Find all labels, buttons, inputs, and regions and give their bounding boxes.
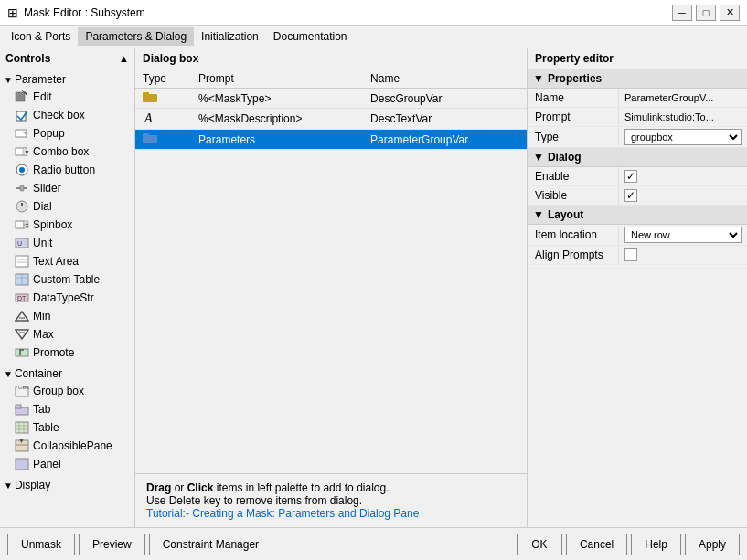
section-parameter[interactable]: ▼ Parameter [0, 71, 134, 88]
control-combobox[interactable]: ▼ Combo box [0, 143, 134, 161]
custom-table-label: Custom Table [33, 273, 100, 286]
maximize-button[interactable]: □ [696, 5, 716, 21]
enable-checkbox[interactable]: ✓ [624, 170, 637, 183]
menu-documentation[interactable]: Documentation [266, 27, 355, 46]
tab-label: Tab [33, 403, 50, 416]
menu-bar: Icon & Ports Parameters & Dialog Initial… [0, 26, 747, 48]
svg-marker-30 [16, 330, 28, 339]
slider-icon [15, 181, 29, 195]
svg-rect-0 [16, 92, 25, 101]
combo-label: Combo box [33, 145, 89, 158]
min-icon [15, 309, 29, 323]
cancel-button[interactable]: Cancel [566, 534, 627, 555]
control-popup[interactable]: Popup [0, 124, 134, 143]
close-button[interactable]: ✕ [720, 5, 740, 21]
promote-label: Promote [33, 346, 74, 359]
layout-section-header[interactable]: ▼ Layout [528, 206, 747, 225]
svg-rect-20 [16, 256, 28, 267]
property-editor-header: Property editor [528, 48, 747, 69]
control-radio[interactable]: Radio button [0, 161, 134, 179]
display-toggle: ▼ [4, 481, 13, 491]
svg-marker-28 [16, 312, 28, 321]
svg-rect-37 [16, 405, 21, 408]
menu-parameters-dialog[interactable]: Parameters & Dialog [78, 27, 194, 46]
right-panel: Property editor ▼ Properties Name Parame… [528, 48, 747, 527]
help-button[interactable]: Help [631, 534, 681, 555]
section-container[interactable]: ▼ Container [0, 365, 134, 382]
table-row[interactable]: %<MaskType> DescGroupVar [135, 89, 527, 109]
prop-visible-value[interactable]: ✓ [619, 187, 747, 204]
prop-type-select[interactable]: groupbox [624, 129, 742, 145]
svg-text:▼: ▼ [24, 149, 29, 155]
prop-align-prompts-row: Align Prompts [528, 246, 747, 265]
svg-rect-38 [16, 422, 28, 433]
prop-name-label: Name [528, 89, 619, 107]
control-spinbox[interactable]: ▲▼ Spinbox [0, 216, 134, 234]
checkbox-label: Check box [33, 109, 85, 122]
ok-button[interactable]: OK [517, 534, 562, 555]
control-unit[interactable]: U Unit [0, 234, 134, 252]
prop-name-row: Name ParameterGroupV... [528, 89, 747, 108]
prop-align-prompts-value[interactable] [619, 247, 747, 263]
control-slider[interactable]: Slider [0, 179, 134, 197]
window-title: Mask Editor : Subsystem [24, 6, 145, 19]
properties-section: ▼ Properties Name ParameterGroupV... Pro… [528, 69, 747, 148]
radio-label: Radio button [33, 164, 95, 176]
unmask-button[interactable]: Unmask [7, 534, 75, 555]
control-tab[interactable]: Tab [0, 400, 134, 418]
preview-button[interactable]: Preview [79, 534, 145, 555]
collapse-icon: ▼ [533, 72, 544, 85]
footer-text2: Use Delete key to remove items from dial… [146, 494, 516, 507]
control-textarea[interactable]: Text Area [0, 252, 134, 270]
prop-type-row: Type groupbox [528, 127, 747, 148]
controls-header: Controls ▲ [0, 48, 134, 69]
controls-collapse-arrow[interactable]: ▲ [119, 53, 129, 64]
svg-text:DT: DT [17, 295, 27, 301]
row1-type [135, 89, 191, 109]
section-display-label: Display [15, 479, 50, 491]
svg-rect-48 [143, 92, 149, 96]
row2-type: A [135, 109, 191, 130]
visible-checkmark: ✓ [626, 189, 635, 202]
control-table[interactable]: Table [0, 418, 134, 437]
control-custom-table[interactable]: Custom Table [0, 270, 134, 289]
prop-type-value[interactable]: groupbox [619, 127, 747, 147]
control-checkbox[interactable]: Check box [0, 106, 134, 124]
groupbox-label: Group box [33, 385, 84, 397]
control-groupbox[interactable]: GBx Group box [0, 382, 134, 400]
menu-icon-ports[interactable]: Icon & Ports [4, 27, 78, 46]
prop-enable-label: Enable [528, 167, 619, 185]
spinbox-label: Spinbox [33, 218, 72, 231]
control-dial[interactable]: Dial [0, 197, 134, 216]
item-location-select[interactable]: New row [624, 227, 742, 243]
layout-collapse-icon: ▼ [533, 208, 544, 221]
visible-checkbox[interactable]: ✓ [624, 189, 637, 202]
control-min[interactable]: Min [0, 307, 134, 325]
combo-icon: ▼ [15, 144, 29, 159]
menu-initialization[interactable]: Initialization [194, 27, 266, 46]
constraint-manager-button[interactable]: Constraint Manager [149, 534, 272, 555]
control-max[interactable]: Max [0, 325, 134, 343]
prop-enable-value[interactable]: ✓ [619, 168, 747, 185]
properties-section-header[interactable]: ▼ Properties [528, 69, 747, 89]
control-edit[interactable]: Edit [0, 88, 134, 106]
prop-item-location-value[interactable]: New row [619, 225, 747, 245]
minimize-button[interactable]: ─ [672, 5, 692, 21]
dialog-section-header[interactable]: ▼ Dialog [528, 148, 747, 167]
max-label: Max [33, 328, 54, 341]
footer-link[interactable]: Tutorial:- Creating a Mask: Parameters a… [146, 507, 419, 520]
table-row-selected[interactable]: Parameters ParameterGroupVar [135, 130, 527, 150]
control-promote[interactable]: Promote [0, 343, 134, 362]
apply-button[interactable]: Apply [685, 534, 740, 555]
promote-icon [15, 345, 29, 360]
section-display[interactable]: ▼ Display [0, 477, 134, 493]
click-text: Click [187, 481, 214, 494]
control-collapsiblepane[interactable]: ▼ CollapsiblePane [0, 437, 134, 455]
custom-table-icon [15, 272, 29, 287]
control-panel[interactable]: Panel [0, 455, 134, 473]
layout-label: Layout [548, 208, 583, 221]
collapsiblepane-icon: ▼ [15, 438, 29, 453]
table-row[interactable]: A %<MaskDescription> DescTextVar [135, 109, 527, 130]
control-datatypestr[interactable]: DT DataTypeStr [0, 289, 134, 307]
align-prompts-checkbox[interactable] [624, 248, 637, 261]
